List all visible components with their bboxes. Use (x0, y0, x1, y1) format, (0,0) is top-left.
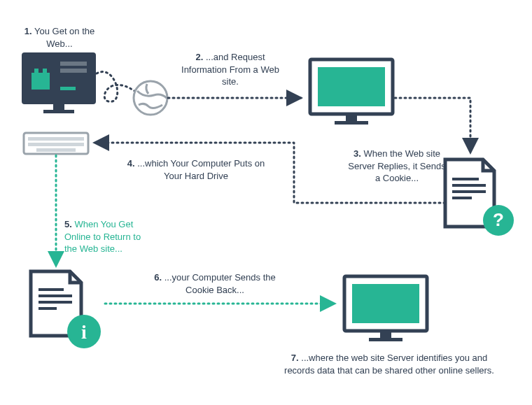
svg-rect-3 (31, 73, 50, 90)
svg-rect-23 (28, 143, 84, 146)
svg-rect-28 (38, 307, 57, 310)
svg-rect-18 (452, 190, 486, 193)
svg-rect-8 (60, 87, 76, 90)
svg-rect-13 (318, 67, 385, 106)
svg-rect-19 (452, 197, 472, 199)
svg-rect-4 (34, 69, 38, 74)
svg-rect-17 (452, 184, 486, 187)
svg-rect-24 (36, 148, 76, 152)
svg-rect-26 (38, 294, 72, 297)
step-4-caption: 4. ...which Your Computer Puts on Your H… (122, 157, 270, 182)
cookie-document-icon: ? (445, 159, 514, 236)
svg-rect-5 (43, 69, 47, 74)
svg-rect-33 (369, 338, 402, 341)
question-badge: ? (493, 209, 504, 230)
svg-rect-14 (346, 114, 357, 121)
svg-rect-7 (60, 69, 87, 73)
svg-rect-10 (43, 110, 74, 113)
step-6-caption: 6. ...your Computer Sends the Cookie Bac… (148, 271, 281, 296)
svg-rect-27 (38, 301, 72, 304)
server-computer-bottom-icon (344, 276, 427, 341)
step-2-caption: 2. ...and Request Information From a Web… (179, 51, 281, 88)
svg-rect-16 (452, 178, 479, 180)
step-3-caption: 3. When the Web site Server Replies, it … (344, 148, 449, 185)
svg-rect-31 (352, 284, 419, 323)
svg-rect-22 (28, 137, 84, 141)
info-badge: i (81, 321, 87, 343)
svg-rect-6 (60, 62, 87, 66)
globe-icon (134, 81, 167, 115)
server-computer-icon (310, 59, 393, 125)
step-5-caption: 5. When You Get Online to Return to the … (64, 218, 155, 255)
svg-rect-9 (53, 103, 64, 110)
svg-rect-25 (38, 288, 64, 291)
keyboard-icon (24, 133, 88, 154)
step-1-caption: 1. You Get on the Web... (14, 25, 105, 50)
user-computer-icon (23, 54, 94, 113)
step-7-caption: 7. ...where the web site Server identifi… (284, 352, 494, 376)
stored-cookie-document-icon: i (31, 271, 101, 348)
svg-rect-15 (335, 121, 368, 125)
svg-rect-32 (380, 331, 391, 338)
svg-point-11 (134, 81, 167, 115)
cookie-diagram: ? i 1. You Get on the Web... 2. ... (0, 0, 532, 405)
